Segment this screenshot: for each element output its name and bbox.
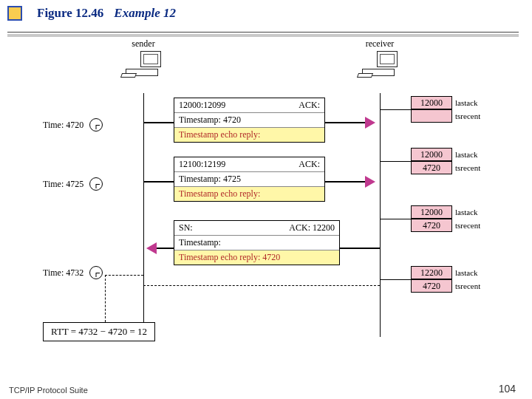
rtt-text: RTT = 4732 − 4720 = 12 — [51, 326, 147, 337]
dashed-line — [105, 275, 106, 322]
lastack-label: lastack — [455, 208, 478, 216]
tsrecent-cell — [411, 109, 452, 123]
seq-range: 12000:12099 — [179, 100, 225, 111]
time-row-3: Time: 4732 — [43, 266, 103, 279]
timestamp-field: Timestamp: 4720 — [174, 113, 324, 128]
figure-caption: Example 12 — [114, 6, 176, 21]
receiver-label: receiver — [362, 38, 398, 50]
state-box-4: 12200lastack 4720tsrecent — [411, 266, 480, 293]
sender-endpoint: sender — [126, 38, 161, 76]
tsrecent-cell: 4720 — [411, 219, 452, 232]
echo-reply-field: Timestamp echo reply: — [174, 187, 324, 201]
dashed-line — [143, 275, 144, 285]
diagram-stage: sender receiver Time: 4720 Time: 4725 Ti… — [0, 30, 532, 377]
sender-lifeline — [143, 93, 144, 337]
computer-icon — [126, 51, 161, 76]
ack-field: ACK: — [299, 159, 320, 170]
segment-box-3: SN:ACK: 12200 Timestamp: Timestamp echo … — [174, 220, 340, 265]
ack-field: ACK: 12200 — [289, 222, 335, 233]
lastack-label: lastack — [455, 268, 478, 277]
header-rule — [7, 32, 519, 33]
tsrecent-label: tsrecent — [455, 112, 480, 120]
sender-label: sender — [126, 38, 161, 50]
receiver-lifeline — [380, 93, 381, 337]
arrow-tail — [143, 181, 174, 183]
tsrecent-cell: 4720 — [411, 161, 452, 174]
tsrecent-label: tsrecent — [455, 221, 480, 230]
echo-reply-field: Timestamp echo reply: — [174, 128, 324, 142]
arrow-tail — [340, 248, 380, 249]
arrow-left-icon — [146, 242, 157, 254]
lastack-cell: 12000 — [411, 148, 452, 161]
figure-number: Figure 12.46 — [37, 6, 103, 21]
clock-icon — [89, 177, 103, 191]
state-box-2: 12000lastack 4720tsrecent — [411, 148, 480, 174]
lastack-cell: 12000 — [411, 96, 452, 109]
seq-range: 12100:12199 — [179, 159, 225, 170]
lastack-cell: 12000 — [411, 205, 452, 219]
connector — [380, 109, 411, 110]
tsrecent-label: tsrecent — [455, 163, 480, 172]
footer-text: TCP/IP Protocol Suite — [9, 386, 88, 395]
connector — [380, 219, 411, 219]
time-label: Time: 4732 — [43, 267, 83, 279]
arrow-tail — [143, 122, 174, 123]
dashed-line — [105, 275, 143, 276]
dashed-line — [380, 279, 381, 285]
connector — [380, 161, 411, 162]
time-label: Time: 4720 — [43, 120, 83, 131]
rtt-result: RTT = 4732 − 4720 = 12 — [43, 322, 155, 341]
receiver-endpoint: receiver — [362, 38, 398, 76]
timestamp-field: Timestamp: — [174, 236, 339, 250]
arrow-right-icon — [365, 176, 375, 188]
echo-reply-field: Timestamp echo reply: 4720 — [174, 250, 339, 265]
tsrecent-label: tsrecent — [455, 282, 480, 290]
time-label: Time: 4725 — [43, 179, 83, 190]
time-row-1: Time: 4720 — [43, 118, 103, 132]
arrow-shaft — [157, 248, 174, 249]
timestamp-field: Timestamp: 4725 — [174, 172, 324, 187]
tsrecent-cell: 4720 — [411, 279, 452, 293]
segment-box-2: 12100:12199ACK: Timestamp: 4725 Timestam… — [174, 157, 325, 202]
time-row-2: Time: 4725 — [43, 177, 103, 191]
state-box-3: 12000lastack 4720tsrecent — [411, 205, 480, 232]
arrow-shaft — [325, 181, 365, 183]
dashed-line — [143, 285, 380, 286]
page-number: 104 — [499, 383, 516, 395]
computer-icon — [362, 51, 398, 76]
arrow-right-icon — [365, 117, 375, 129]
ack-field: ACK: — [299, 100, 320, 111]
slide-header: Figure 12.46 Example 12 — [0, 0, 532, 21]
state-box-1: 12000lastack tsrecent — [411, 96, 480, 123]
header-bullet-icon — [7, 6, 22, 21]
clock-icon — [89, 118, 103, 132]
lastack-label: lastack — [455, 98, 478, 107]
sn-field: SN: — [179, 222, 193, 233]
arrow-shaft — [325, 122, 365, 123]
lastack-cell: 12200 — [411, 266, 452, 279]
segment-box-1: 12000:12099ACK: Timestamp: 4720 Timestam… — [174, 98, 325, 143]
clock-icon — [89, 266, 103, 279]
lastack-label: lastack — [455, 150, 478, 159]
connector — [380, 279, 411, 280]
header-rule-shadow — [7, 34, 519, 37]
